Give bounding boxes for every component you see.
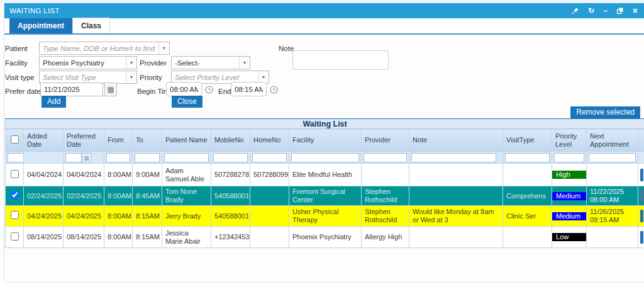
calendar-icon[interactable]: ▦ [104,82,117,96]
filter-priority-input[interactable] [554,153,584,162]
table-title-row: Waiting List [6,119,644,129]
select-all-checkbox[interactable] [11,135,19,144]
cell-facility: Fremont Surgical Center [289,186,362,206]
select-all-header[interactable] [6,129,24,152]
col-actions-cut [638,129,644,152]
col-next-appointment[interactable]: Next Appointment [587,129,638,152]
row-action-button-cut[interactable] [640,210,643,222]
visit-type-label: Visit type [5,74,34,81]
filter-note-input[interactable] [411,153,496,162]
begin-time-clock-icon[interactable] [205,85,213,96]
visit-type-dropdown-arrow-icon[interactable]: ▾ [126,71,136,83]
facility-label: Facility [5,59,28,67]
filter-added-date-empty [24,152,64,164]
pin-icon[interactable] [572,7,579,14]
add-button[interactable]: Add [42,96,66,108]
cell-added-date: 04/04/2024 [24,164,64,186]
cell-visit-type: Clinic Ser [503,206,552,227]
col-provider[interactable]: Provider [362,129,409,152]
close-button[interactable]: Close [172,96,203,108]
maximize-icon[interactable] [616,7,624,14]
tab-appointment[interactable]: Appointment [9,18,72,33]
row-checkbox[interactable] [11,232,19,241]
cell-preferred-date: 08/14/2025 [64,227,104,248]
filter-visit-type-input[interactable] [505,153,550,162]
col-preferred-date[interactable]: Preferred Date [64,129,104,152]
col-added-date[interactable]: Added Date [24,129,64,152]
row-action-button-cut[interactable] [640,231,643,244]
filter-to-input[interactable] [135,153,160,162]
facility-combo: ▾ [39,56,137,69]
window-titlebar: WAITING LIST ↻ – × [4,3,644,18]
col-to[interactable]: To [133,129,162,152]
filter-next-appointment-input[interactable] [589,153,636,162]
cell-patient-name: Tom None Brady [162,186,211,206]
row-checkbox[interactable] [11,170,19,178]
table-row-highlighted[interactable]: 04/24/2025 04/24/2025 8:00AM 8:15AM Jerr… [6,206,644,227]
filter-facility-input[interactable] [291,153,359,162]
filter-preferred-date-input[interactable] [65,153,82,162]
col-mobile-no[interactable]: MobileNo [211,129,250,152]
cell-preferred-date: 04/24/2025 [64,206,104,227]
note-label: Note [279,45,294,52]
cell-home-no [250,227,289,248]
table-row-selected[interactable]: 02/24/2025 02/24/2025 8:00AM 8:45AM Tom … [6,186,644,206]
provider-input[interactable] [172,57,239,69]
cell-home-no: 5072880993 [250,164,289,186]
table-row[interactable]: 08/14/2025 08/14/2025 8:00AM 8:15AM Jess… [6,227,644,248]
note-textarea[interactable] [292,50,389,70]
filter-mobile-no-input[interactable] [213,153,248,162]
priority-badge: High [552,171,586,179]
cell-provider: Allergy High [362,227,409,248]
filter-select-input[interactable] [8,153,24,162]
cell-next-appointment: 11/26/2025 09:15 AM [587,206,638,227]
patient-input[interactable] [40,42,158,54]
waiting-list-table: Waiting List Added Date Preferred Date F… [5,118,644,248]
table-row[interactable]: 04/04/2024 04/04/2024 8:00AM 9:00AM Adam… [6,164,644,186]
col-visit-type[interactable]: VisitType [503,129,552,152]
col-from[interactable]: From [104,129,133,152]
filter-calendar-icon[interactable]: ▦ [82,153,91,162]
visit-type-combo: ▾ [39,71,137,84]
cell-to: 8:15AM [133,227,162,248]
table-title: Waiting List [6,119,644,129]
cell-provider: Stephen Rothschild [362,206,409,227]
cell-from: 8:00AM [104,186,133,206]
col-home-no[interactable]: HomeNo [250,129,289,152]
row-action-button-cut[interactable] [640,169,643,181]
visit-type-input[interactable] [40,71,126,83]
cell-facility: Phoenix Psychiatry [289,227,362,248]
row-checkbox[interactable] [11,191,19,199]
col-patient-name[interactable]: Patient Name [162,129,211,152]
tab-class[interactable]: Class [72,18,110,33]
col-note[interactable]: Note [409,129,503,152]
provider-dropdown-arrow-icon[interactable]: ▾ [239,57,250,69]
begin-time-input[interactable] [166,82,202,96]
end-time-clock-icon[interactable] [270,85,278,96]
provider-label: Provider [140,59,167,67]
filter-provider-input[interactable] [364,153,407,162]
cell-note [409,186,503,206]
cell-provider: Stephen Rothschild [362,186,409,206]
col-facility[interactable]: Facility [289,129,362,152]
col-priority-level[interactable]: Priority Level [552,129,587,152]
cell-note [409,227,503,248]
cell-patient-name: Adam Samuel Able [162,164,211,186]
end-time-input[interactable] [231,82,267,96]
row-checkbox[interactable] [11,211,19,219]
minimize-icon[interactable]: – [603,7,608,14]
prefer-date-input[interactable] [40,82,103,96]
facility-input[interactable] [40,57,126,69]
prefer-date-label: Prefer date [5,88,41,95]
filter-from-input[interactable] [106,153,130,162]
patient-dropdown-arrow-icon[interactable]: ▾ [158,42,169,54]
remove-selected-button[interactable]: Remove selected [570,106,640,118]
facility-dropdown-arrow-icon[interactable]: ▾ [126,57,136,69]
close-icon[interactable]: × [633,7,638,14]
refresh-icon[interactable]: ↻ [588,7,594,14]
cell-to: 9:00AM [133,164,162,186]
filter-home-no-input[interactable] [252,153,287,162]
row-action-button-cut[interactable] [640,190,643,202]
cell-mobile-no: 5405880016 [211,186,250,206]
filter-patient-name-input[interactable] [164,153,209,162]
